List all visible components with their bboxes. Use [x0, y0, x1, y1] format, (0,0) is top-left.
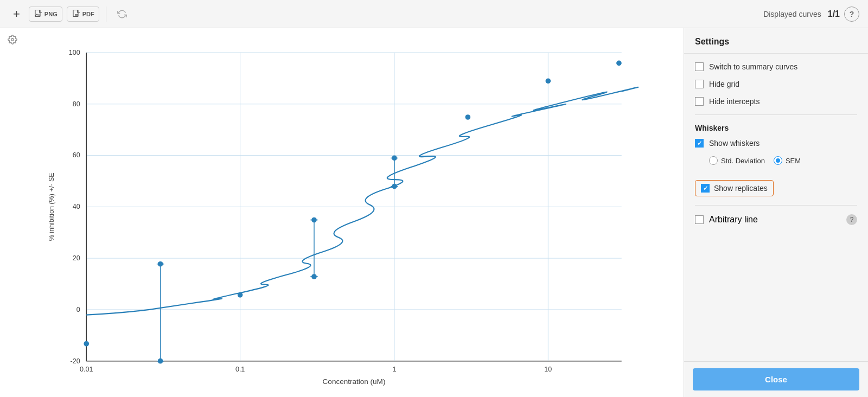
hide-grid-checkbox[interactable] [695, 80, 704, 88]
settings-title: Settings [684, 28, 868, 54]
svg-text:1: 1 [392, 366, 396, 373]
chart-area: 100 80 60 40 20 0 -20 % inhibition (%) +… [0, 28, 684, 397]
svg-text:60: 60 [73, 151, 80, 159]
svg-text:80: 80 [73, 100, 80, 108]
arbitrary-line-label[interactable]: Arbitrary line [709, 215, 758, 225]
hide-grid-item: Hide grid [695, 80, 857, 88]
svg-point-29 [84, 341, 89, 347]
svg-text:% inhibition (%) +/- SE: % inhibition (%) +/- SE [48, 172, 55, 241]
separator-2 [695, 205, 857, 206]
refresh-button[interactable] [113, 7, 131, 21]
chart-settings-icon[interactable] [8, 35, 17, 47]
show-replicates-item: Show replicates [695, 180, 774, 196]
svg-text:40: 40 [73, 203, 80, 210]
svg-point-34 [158, 358, 163, 364]
pdf-label: PDF [82, 11, 94, 17]
svg-point-33 [158, 261, 163, 267]
toolbar: + PNG PDF [0, 0, 868, 28]
close-button[interactable]: Close [693, 368, 859, 390]
svg-point-48 [616, 61, 622, 66]
main-content: 100 80 60 40 20 0 -20 % inhibition (%) +… [0, 28, 868, 397]
refresh-icon [117, 9, 127, 19]
whiskers-sub-options: Std. Deviation SEM [695, 156, 857, 165]
switch-summary-label[interactable]: Switch to summary curves [709, 62, 797, 71]
curves-count: 1/1 [828, 9, 840, 19]
show-replicates-label[interactable]: Show replicates [714, 184, 768, 193]
chart-svg: 100 80 60 40 20 0 -20 % inhibition (%) +… [9, 37, 684, 388]
toolbar-divider [106, 7, 106, 22]
std-deviation-radio[interactable] [709, 156, 718, 165]
std-dev-radio-group: Std. Deviation [709, 156, 765, 165]
svg-text:0.1: 0.1 [235, 366, 245, 373]
add-icon: + [13, 7, 20, 21]
hide-grid-label[interactable]: Hide grid [709, 80, 739, 88]
show-whiskers-checkbox[interactable] [695, 139, 704, 148]
show-whiskers-item: Show whiskers [695, 139, 857, 148]
svg-text:10: 10 [544, 366, 552, 373]
arbitrary-line-help-icon[interactable]: ? [846, 214, 857, 225]
svg-text:Concentration (uM): Concentration (uM) [323, 377, 386, 386]
hide-intercepts-item: Hide intercepts [695, 97, 857, 106]
sem-label[interactable]: SEM [786, 157, 801, 165]
arbitrary-line-item: Arbitrary line ? [695, 214, 857, 225]
svg-point-40 [311, 274, 317, 279]
svg-point-35 [238, 292, 243, 298]
export-png-button[interactable]: PNG [29, 7, 62, 22]
svg-point-39 [311, 217, 317, 223]
hide-intercepts-checkbox[interactable] [695, 97, 704, 106]
whiskers-section-title: Whiskers [695, 124, 857, 132]
separator-1 [695, 114, 857, 115]
png-label: PNG [44, 11, 58, 17]
settings-body: Switch to summary curves Hide grid Hide … [684, 54, 868, 361]
export-pdf-button[interactable]: PDF [67, 7, 99, 22]
help-button[interactable]: ? [844, 7, 859, 22]
svg-text:0.01: 0.01 [80, 366, 93, 373]
svg-point-44 [392, 156, 397, 161]
toolbar-right: Displayed curves 1/1 ? [436, 7, 859, 22]
displayed-curves-label: Displayed curves [763, 10, 821, 18]
svg-point-46 [465, 114, 471, 120]
settings-panel: Settings Switch to summary curves Hide g… [684, 28, 868, 397]
png-icon [34, 9, 43, 19]
settings-footer: Close [684, 361, 868, 397]
toolbar-left: + PNG PDF [9, 5, 432, 23]
pdf-icon [72, 9, 81, 19]
svg-point-4 [11, 39, 14, 41]
svg-text:-20: -20 [70, 357, 80, 365]
hide-intercepts-label[interactable]: Hide intercepts [709, 97, 760, 106]
sem-radio[interactable] [774, 156, 782, 165]
svg-text:100: 100 [69, 49, 80, 56]
show-replicates-checkbox[interactable] [701, 184, 710, 193]
sem-radio-group: SEM [774, 156, 801, 165]
show-whiskers-label[interactable]: Show whiskers [709, 139, 760, 148]
switch-summary-checkbox[interactable] [695, 62, 704, 71]
add-button[interactable]: + [9, 5, 24, 23]
std-deviation-label[interactable]: Std. Deviation [721, 157, 765, 165]
svg-text:20: 20 [73, 254, 80, 262]
switch-summary-item: Switch to summary curves [695, 62, 857, 71]
show-replicates-wrapper: Show replicates [695, 172, 857, 196]
svg-text:0: 0 [76, 306, 80, 313]
arbitrary-line-checkbox[interactable] [695, 215, 704, 224]
svg-point-47 [546, 78, 551, 84]
svg-point-45 [392, 184, 397, 189]
